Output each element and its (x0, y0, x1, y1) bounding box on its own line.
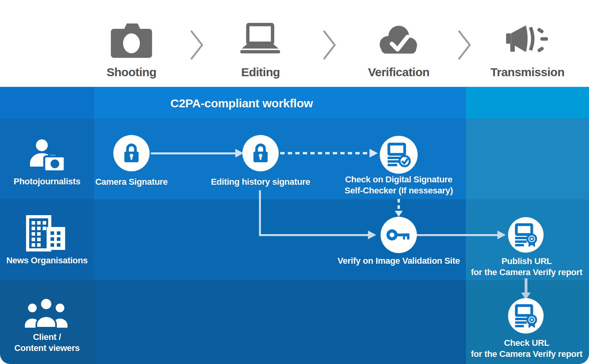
elbow-line-horizontal (259, 234, 369, 236)
laptop-icon (213, 21, 308, 60)
check-url-label-line2: for the Camera Verify report (465, 349, 588, 360)
check-url-label-line1: Check URL (465, 338, 588, 349)
document-ribbon-icon (514, 304, 538, 328)
stage-verification: Verification (351, 21, 446, 79)
check-url-node (508, 298, 544, 334)
chevron-right-icon (457, 29, 472, 61)
actor-label-clients: Client / Content viewers (0, 332, 94, 354)
stage-label-transmission: Transmission (480, 66, 575, 79)
elbow-line-vertical (259, 190, 261, 235)
building-icon (26, 215, 67, 252)
key-icon (386, 227, 411, 243)
actor-label-clients-line1: Client / (0, 332, 94, 343)
self-checker-label-line2: Self-Checker (If nessesary) (320, 185, 478, 196)
stage-label-editing: Editing (213, 66, 308, 79)
megaphone-icon (480, 21, 575, 60)
camera-signature-label: Camera Signature (72, 177, 191, 187)
arrow-publish-to-check (525, 278, 527, 293)
actor-label-news-organisations: News Organisations (0, 256, 94, 265)
people-group-icon (23, 297, 69, 328)
publish-url-label: Publish URL for the Camera Verify report (465, 256, 588, 278)
publish-url-node (508, 217, 544, 253)
stage-label-shooting: Shooting (84, 66, 179, 79)
dashed-arrow-editing-to-selfchecker (280, 152, 370, 154)
workflow-header-title: C2PA-compliant workflow (94, 97, 389, 110)
publish-url-label-line2: for the Camera Verify report (465, 267, 588, 278)
actor-label-clients-line2: Content viewers (0, 343, 94, 354)
grid-cell-row3-middle (94, 280, 466, 364)
arrowhead-right-icon (497, 231, 506, 239)
dashed-arrow-selfchecker-to-key (398, 199, 400, 212)
editing-history-signature-node (242, 135, 279, 171)
camera-signature-node (113, 135, 150, 171)
lock-icon (251, 143, 270, 163)
self-checker-node (380, 136, 418, 174)
grid-cell-header-left (0, 87, 94, 118)
self-checker-label-line1: Check on Digital Signature (320, 174, 478, 185)
stage-label-verification: Verification (351, 66, 446, 79)
grid-cell-row1-right (466, 118, 589, 199)
self-checker-label: Check on Digital Signature Self-Checker … (320, 174, 478, 196)
arrow-camera-to-editing (151, 152, 236, 154)
arrow-key-to-publish (417, 234, 497, 236)
stage-transmission: Transmission (480, 21, 575, 79)
check-url-label: Check URL for the Camera Verify report (465, 338, 588, 360)
chevron-right-icon (322, 29, 337, 61)
image-validation-node (381, 217, 417, 253)
c2pa-workflow-diagram: Shooting Editing Verification (0, 0, 589, 364)
stage-editing: Editing (213, 21, 308, 79)
arrowhead-right-icon (370, 149, 378, 158)
arrowhead-down-icon (395, 211, 403, 217)
cloud-check-icon (351, 21, 446, 60)
lock-icon (122, 143, 141, 163)
editing-history-signature-label: Editing history signature (182, 177, 340, 187)
person-camera-icon (24, 137, 68, 175)
grid-cell-header-right (466, 87, 589, 118)
chevron-right-icon (189, 29, 204, 61)
stage-shooting: Shooting (84, 21, 179, 79)
image-validation-label: Verify on Image Validation Site (320, 256, 478, 266)
arrowhead-right-icon (368, 231, 376, 239)
document-check-icon (386, 142, 411, 167)
camera-icon (84, 21, 179, 60)
document-ribbon-icon (514, 223, 538, 247)
publish-url-label-line1: Publish URL (465, 256, 588, 267)
